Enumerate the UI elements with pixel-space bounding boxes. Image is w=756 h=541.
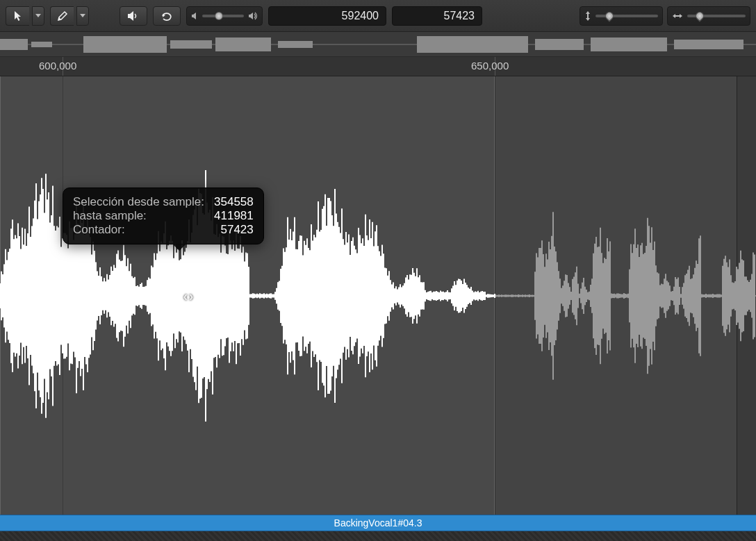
- svg-rect-6: [278, 41, 313, 48]
- toolbar: 592400 57423: [0, 0, 756, 32]
- volume-knob[interactable]: [215, 12, 223, 20]
- svg-rect-9: [591, 38, 667, 51]
- speaker-icon: [127, 10, 140, 22]
- svg-rect-1: [0, 39, 28, 50]
- svg-rect-5: [215, 38, 271, 51]
- region-name-bar[interactable]: BackingVocal1#04.3: [0, 515, 756, 531]
- vertical-zoom-icon: [584, 10, 591, 22]
- horizontal-zoom-slider[interactable]: [667, 6, 750, 26]
- ruler-tick-0: 600,000: [39, 60, 76, 72]
- svg-rect-7: [417, 36, 528, 53]
- pointer-tool-button[interactable]: [6, 6, 29, 26]
- position-readout[interactable]: 592400: [268, 6, 386, 26]
- ruler-tick-1: 650,000: [471, 60, 509, 72]
- pencil-tool-dropdown[interactable]: [76, 6, 89, 26]
- tooltip-to-value: 411981: [214, 209, 254, 223]
- svg-rect-4: [170, 40, 212, 49]
- cycle-icon: [160, 10, 174, 22]
- pencil-tool-group: [50, 6, 89, 26]
- volume-slider[interactable]: [186, 6, 263, 26]
- vertical-zoom-slider[interactable]: [580, 6, 663, 26]
- pointer-icon: [13, 10, 23, 22]
- overview-strip[interactable]: [0, 32, 756, 57]
- speaker-min-icon: [191, 12, 198, 20]
- bottom-gutter: [0, 531, 756, 541]
- tooltip-to-label: hasta sample:: [73, 209, 147, 223]
- marquee-drag-cursor: ‹ ›: [183, 288, 192, 303]
- tooltip-from-label: Selección desde sample:: [73, 195, 204, 209]
- selection-tooltip: Selección desde sample:354558 hasta samp…: [63, 188, 264, 244]
- chevron-down-icon: [35, 14, 41, 17]
- pencil-tool-button[interactable]: [50, 6, 74, 26]
- preview-button[interactable]: [120, 6, 147, 26]
- tooltip-count-label: Contador:: [73, 223, 125, 237]
- tooltip-count-value: 57423: [220, 223, 253, 237]
- waveform-editor[interactable]: ‹ › Selección desde sample:354558 hasta …: [0, 76, 756, 515]
- horizontal-zoom-icon: [672, 13, 683, 19]
- zoom-controls: [580, 6, 750, 26]
- svg-rect-8: [535, 39, 584, 50]
- pointer-tool-group: [6, 6, 44, 26]
- svg-rect-2: [31, 42, 52, 47]
- speaker-max-icon: [248, 12, 258, 20]
- region-name-label: BackingVocal1#04.3: [334, 517, 422, 528]
- svg-rect-3: [83, 36, 167, 53]
- pencil-icon: [57, 10, 68, 22]
- chevron-down-icon: [80, 14, 85, 17]
- pointer-tool-dropdown[interactable]: [32, 6, 44, 26]
- svg-rect-10: [674, 40, 743, 49]
- volume-track: [202, 15, 244, 17]
- tooltip-from-value: 354558: [214, 195, 254, 209]
- cycle-button[interactable]: [153, 6, 181, 26]
- time-ruler[interactable]: 600,000 650,000: [0, 57, 756, 76]
- length-readout[interactable]: 57423: [392, 6, 482, 26]
